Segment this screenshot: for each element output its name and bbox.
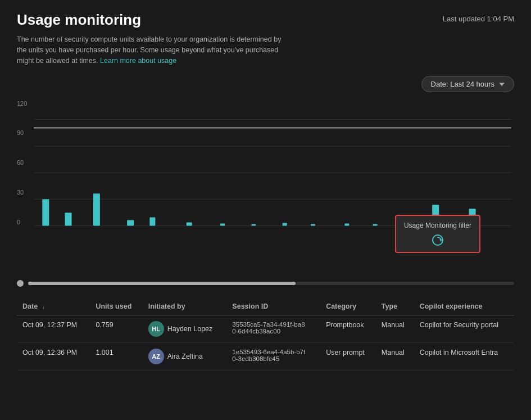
filter-popup-title: Usage Monitoring filter [404,222,471,229]
cell-session-id: 35535ca5-7a34-491f-ba80-6d44cb39ac00 [226,315,320,343]
svg-rect-17 [373,224,378,226]
col-units-used: Units used [90,298,142,315]
col-type: Type [376,298,414,315]
cell-type: Manual [376,315,414,343]
cell-copilot-experience: Copilot for Security portal [414,315,514,343]
y-label-120: 120 [17,100,27,107]
svg-rect-9 [127,220,134,226]
usage-table: Date ↓ Units used Initiated by Session I… [17,298,514,371]
learn-more-link[interactable]: Learn more about usage [100,57,176,65]
col-copilot-experience: Copilot experience [414,298,514,315]
svg-rect-11 [187,223,192,226]
user-name: Aira Zeltina [167,353,203,360]
cell-category: User prompt [320,343,376,371]
y-label-30: 30 [17,189,24,196]
scrollbar-track[interactable] [28,282,514,285]
filter-icon[interactable] [404,234,471,246]
svg-rect-16 [344,224,349,226]
cell-type: Manual [376,343,414,371]
col-category: Category [320,298,376,315]
col-session-id: Session ID [226,298,320,315]
chevron-down-icon [499,83,505,86]
svg-rect-8 [93,193,100,225]
table-row: Oct 09, 12:36 PM 1.001 AZ Aira Zeltina 1… [17,343,514,371]
description-text: The number of security compute units ava… [17,34,292,66]
y-label-90: 90 [17,129,24,136]
svg-marker-23 [441,238,442,242]
scrollbar-fill [28,282,296,285]
svg-rect-13 [251,224,256,226]
cell-initiated-by: HL Hayden Lopez [143,315,227,343]
avatar: AZ [148,349,164,364]
cell-session-id: 1e535493-6ea4-4a5b-b7f0-3edb308bfe45 [226,343,320,371]
col-date[interactable]: Date ↓ [17,298,90,315]
chart-scrollbar[interactable] [17,280,514,287]
y-label-0: 0 [17,219,20,225]
svg-rect-6 [42,199,49,225]
avatar: HL [148,321,164,337]
cell-initiated-by: AZ Aira Zeltina [143,343,227,371]
table-row: Oct 09, 12:37 PM 0.759 HL Hayden Lopez 3… [17,315,514,343]
cell-copilot-experience: Copilot in Microsoft Entra [414,343,514,371]
cell-units-used: 1.001 [90,343,142,371]
date-filter-label: Date: Last 24 hours [431,80,494,88]
cell-units-used: 0.759 [90,315,142,343]
date-filter-button[interactable]: Date: Last 24 hours [421,76,514,92]
sort-icon-date: ↓ [42,303,46,310]
svg-rect-12 [220,224,225,226]
svg-rect-10 [149,218,155,226]
page-title: Usage monitoring [17,11,141,29]
cell-date: Oct 09, 12:36 PM [17,343,90,371]
col-initiated-by: Initiated by [143,298,227,315]
svg-rect-15 [311,224,315,226]
svg-rect-14 [283,223,287,226]
cell-date: Oct 09, 12:37 PM [17,315,90,343]
user-name: Hayden Lopez [167,325,213,333]
filter-popup[interactable]: Usage Monitoring filter [395,215,480,253]
svg-rect-7 [65,213,71,226]
y-label-60: 60 [17,159,24,166]
last-updated: Last updated 1:04 PM [443,15,514,23]
scroll-handle-left[interactable] [17,280,24,287]
cell-category: Promptbook [320,315,376,343]
